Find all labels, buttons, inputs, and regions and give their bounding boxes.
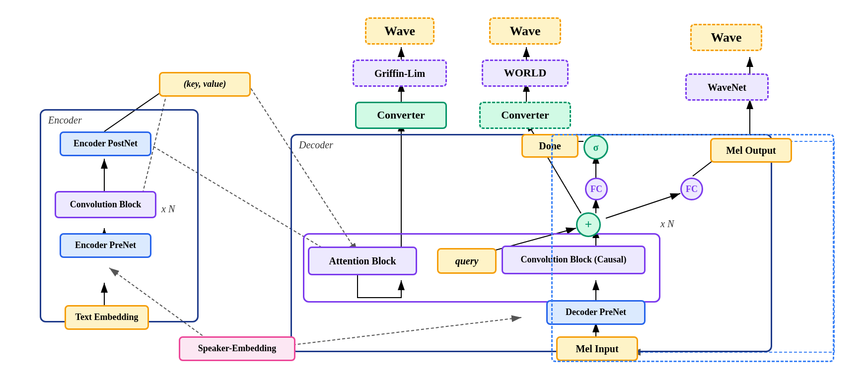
mel-feedback-container (551, 134, 834, 362)
converter1-box: Converter (355, 102, 447, 129)
decoder-label: Decoder (299, 139, 333, 151)
wave1-box: Wave (365, 17, 434, 45)
diagram: Encoder Text Embedding Encoder PreNet Co… (0, 0, 868, 376)
encoder-postnet-box: Encoder PostNet (60, 131, 151, 156)
encoder-label: Encoder (48, 115, 82, 126)
world-box: WORLD (482, 60, 569, 87)
griffin-lim-box: Griffin-Lim (353, 60, 447, 87)
encoder-prenet-box: Encoder PreNet (60, 233, 151, 258)
wave3-box: Wave (690, 24, 762, 51)
converter2-box: Converter (479, 102, 571, 129)
query-box: query (437, 248, 497, 274)
speaker-embedding-box: Speaker-Embedding (179, 336, 295, 361)
text-embedding-box: Text Embedding (65, 305, 149, 330)
attention-block-box: Attention Block (308, 247, 417, 275)
xn-encoder: x N (161, 203, 175, 215)
wavenet-box: WaveNet (685, 73, 769, 101)
key-value-box: (key, value) (159, 72, 251, 97)
wave2-box: Wave (489, 17, 561, 45)
convolution-block-enc-box: Convolution Block (55, 191, 156, 218)
